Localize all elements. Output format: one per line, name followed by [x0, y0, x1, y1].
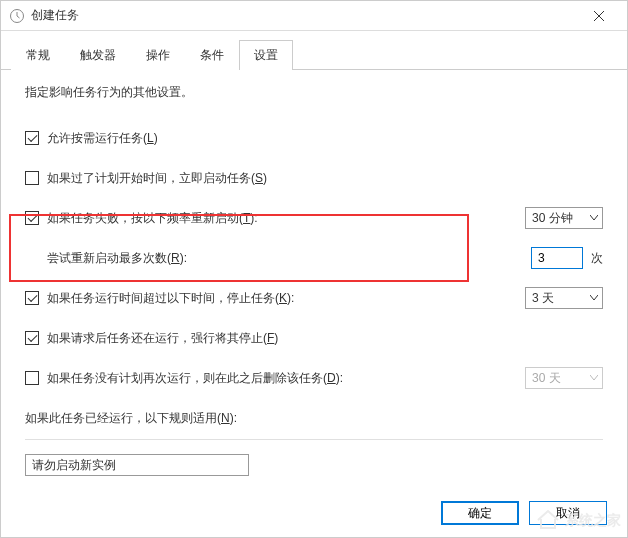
row-stop-if-long: 如果任务运行时间超过以下时间，停止任务(K): 3 天 [25, 287, 603, 309]
row-already-running-label: 如果此任务已经运行，以下规则适用(N): [25, 407, 603, 429]
ok-button[interactable]: 确定 [441, 501, 519, 525]
label-already-running: 如果此任务已经运行，以下规则适用(N): [25, 410, 603, 427]
checkbox-start-when-missed[interactable] [25, 171, 39, 185]
checkbox-allow-demand-run[interactable] [25, 131, 39, 145]
label-restart-on-fail: 如果任务失败，按以下频率重新启动(T): [47, 210, 525, 227]
checkbox-delete-if-unscheduled[interactable] [25, 371, 39, 385]
tab-general[interactable]: 常规 [11, 40, 65, 70]
checkbox-stop-if-long[interactable] [25, 291, 39, 305]
clock-icon [9, 8, 25, 24]
cancel-button[interactable]: 取消 [529, 501, 607, 525]
row-allow-demand-run: 允许按需运行任务(L) [25, 127, 603, 149]
tab-actions[interactable]: 操作 [131, 40, 185, 70]
label-delete-if-unscheduled: 如果任务没有计划再次运行，则在此之后删除该任务(D): [47, 370, 525, 387]
label-allow-demand-run: 允许按需运行任务(L) [47, 130, 603, 147]
close-button[interactable] [579, 2, 619, 30]
tab-strip: 常规 触发器 操作 条件 设置 [1, 31, 627, 70]
window-title: 创建任务 [31, 7, 579, 24]
label-restart-attempts: 尝试重新启动最多次数(R): [47, 250, 531, 267]
label-force-stop: 如果请求后任务还在运行，强行将其停止(F) [47, 330, 603, 347]
input-restart-attempts[interactable] [531, 247, 583, 269]
row-restart-on-fail: 如果任务失败，按以下频率重新启动(T): 30 分钟 [25, 207, 603, 229]
settings-panel: 指定影响任务行为的其他设置。 允许按需运行任务(L) 如果过了计划开始时间，立即… [1, 70, 627, 490]
divider [25, 439, 603, 440]
row-delete-if-unscheduled: 如果任务没有计划再次运行，则在此之后删除该任务(D): 30 天 [25, 367, 603, 389]
settings-description: 指定影响任务行为的其他设置。 [25, 84, 603, 101]
row-restart-attempts: 尝试重新启动最多次数(R): 次 [25, 247, 603, 269]
label-start-when-missed: 如果过了计划开始时间，立即启动任务(S) [47, 170, 603, 187]
tab-settings[interactable]: 设置 [239, 40, 293, 70]
chevron-down-icon [590, 375, 598, 381]
tab-triggers[interactable]: 触发器 [65, 40, 131, 70]
checkbox-restart-on-fail[interactable] [25, 211, 39, 225]
title-bar: 创建任务 [1, 1, 627, 31]
chevron-down-icon [590, 295, 598, 301]
select-already-running-rule[interactable]: 请勿启动新实例 [25, 454, 249, 476]
chevron-down-icon [590, 215, 598, 221]
select-delete-delay: 30 天 [525, 367, 603, 389]
select-stop-duration[interactable]: 3 天 [525, 287, 603, 309]
row-force-stop: 如果请求后任务还在运行，强行将其停止(F) [25, 327, 603, 349]
checkbox-force-stop[interactable] [25, 331, 39, 345]
suffix-times: 次 [591, 250, 603, 267]
tab-conditions[interactable]: 条件 [185, 40, 239, 70]
select-restart-interval[interactable]: 30 分钟 [525, 207, 603, 229]
button-bar: 确定 取消 [441, 501, 607, 525]
label-stop-if-long: 如果任务运行时间超过以下时间，停止任务(K): [47, 290, 525, 307]
row-start-when-missed: 如果过了计划开始时间，立即启动任务(S) [25, 167, 603, 189]
